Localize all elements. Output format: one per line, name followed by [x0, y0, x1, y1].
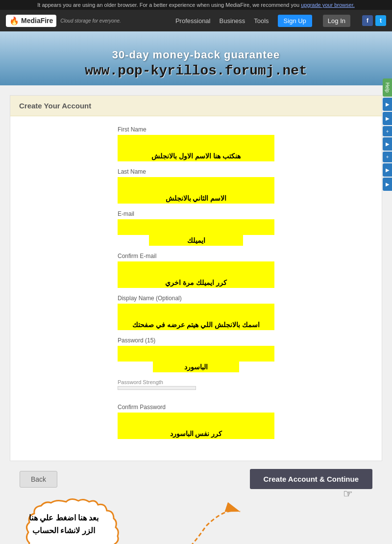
confirm-email-label: Confirm E-mail: [118, 253, 274, 259]
top-banner: It appears you are using an older browse…: [0, 0, 392, 10]
flame-icon: 🔥: [9, 16, 19, 26]
last-name-input[interactable]: [118, 177, 274, 193]
tab-4[interactable]: ▶: [383, 137, 392, 151]
first-name-input[interactable]: [118, 135, 274, 151]
password-annotation: الباسورد: [153, 362, 239, 372]
hero-url: www.pop-kyrillos.forumj.net: [85, 63, 307, 78]
confirm-password-annotation: كرر نفس الباسورد: [118, 428, 274, 439]
back-button[interactable]: Back: [20, 471, 57, 488]
password-row: Password (15) الباسورد: [118, 337, 274, 372]
create-button-wrapper: Create Account & Continue ☞: [250, 469, 382, 489]
password-strength-bar: [118, 386, 196, 390]
display-name-input[interactable]: [118, 304, 274, 319]
confirm-password-label: Confirm Password: [118, 404, 274, 411]
arrow-svg: [108, 497, 279, 544]
nav-business[interactable]: Business: [219, 17, 245, 25]
logo-box[interactable]: 🔥 MediaFire: [6, 15, 56, 27]
login-button[interactable]: Log In: [323, 15, 350, 27]
confirm-email-annotation: كرر ايميلك مرة اخري: [118, 277, 274, 288]
first-name-row: First Name هنكتب هنا الاسم الاول بالانجل…: [118, 126, 274, 161]
confirm-email-input[interactable]: [118, 261, 274, 277]
password-label: Password (15): [118, 337, 274, 344]
confirm-password-input[interactable]: [118, 413, 274, 428]
right-tabs: Help ▶ ▶ + ▶ + ▶ ▶: [383, 78, 392, 191]
last-name-label: Last Name: [118, 168, 274, 175]
display-name-annotation: اسمك بالانجلش اللي هيتم عرضه في صفحتك: [118, 319, 274, 330]
header: 🔥 MediaFire Cloud storage for everyone. …: [0, 10, 392, 31]
main-content: Create Your Account First Name هنكتب هنا…: [0, 85, 392, 544]
cloud-annotation-text: بعد هنا اضغط علي هنا الزر لانشاء الحساب: [24, 512, 103, 537]
create-account-button[interactable]: Create Account & Continue: [250, 469, 372, 489]
account-title: Create Your Account: [10, 96, 382, 116]
tab-3[interactable]: +: [383, 126, 392, 137]
form-area: First Name هنكتب هنا الاسم الاول بالانجل…: [10, 116, 382, 461]
account-box: Create Your Account First Name هنكتب هنا…: [10, 95, 382, 461]
email-input[interactable]: [118, 219, 274, 235]
twitter-icon[interactable]: t: [375, 15, 386, 26]
display-name-row: Display Name (Optional) اسمك بالانجلش ال…: [118, 295, 274, 330]
annotation-area: بعد هنا اضغط علي هنا الزر لانشاء الحساب: [10, 497, 382, 544]
hero-money-text: 30-day money-back guarantee: [112, 49, 280, 61]
tab-2[interactable]: ▶: [383, 112, 392, 125]
nav-tools[interactable]: Tools: [254, 17, 269, 25]
email-annotation: ايميلك: [149, 235, 243, 246]
first-name-label: First Name: [118, 126, 274, 133]
logo-area: 🔥 MediaFire Cloud storage for everyone.: [6, 15, 121, 27]
email-label: E-mail: [118, 210, 274, 217]
tab-7[interactable]: ▶: [383, 178, 392, 191]
upgrade-browser-link[interactable]: upgrade your browser.: [301, 2, 354, 8]
confirm-email-row: Confirm E-mail كرر ايميلك مرة اخري: [118, 253, 274, 288]
nav-professional[interactable]: Professional: [175, 17, 211, 25]
confirm-password-row: Confirm Password كرر نفس الباسورد: [118, 404, 274, 439]
tab-1[interactable]: ▶: [383, 98, 392, 111]
logo-text: MediaFire: [21, 17, 53, 25]
facebook-icon[interactable]: f: [362, 15, 373, 26]
password-strength-label: Password Strength: [118, 379, 274, 385]
tab-6[interactable]: ▶: [383, 163, 392, 177]
action-row: Back Create Account & Continue ☞: [10, 461, 382, 497]
display-name-label: Display Name (Optional): [118, 295, 274, 302]
help-tab[interactable]: Help: [383, 78, 392, 97]
first-name-annotation: هنكتب هنا الاسم الاول بالانجلش: [118, 151, 274, 161]
logo-tagline: Cloud storage for everyone.: [60, 18, 121, 24]
signup-button[interactable]: Sign Up: [278, 15, 312, 27]
password-input[interactable]: [118, 346, 274, 362]
last-name-row: Last Name الاسم الثاني بالانجلش: [118, 168, 274, 204]
social-icons: f t: [362, 15, 386, 26]
email-row: E-mail ايميلك: [118, 210, 274, 246]
last-name-annotation: الاسم الثاني بالانجلش: [118, 193, 274, 204]
hero: 30-day money-back guarantee www.pop-kyri…: [0, 31, 392, 85]
nav-links: Professional Business Tools Sign Up Log …: [175, 15, 386, 27]
tab-5[interactable]: +: [383, 152, 392, 162]
password-strength-row: Password Strength: [118, 379, 274, 397]
